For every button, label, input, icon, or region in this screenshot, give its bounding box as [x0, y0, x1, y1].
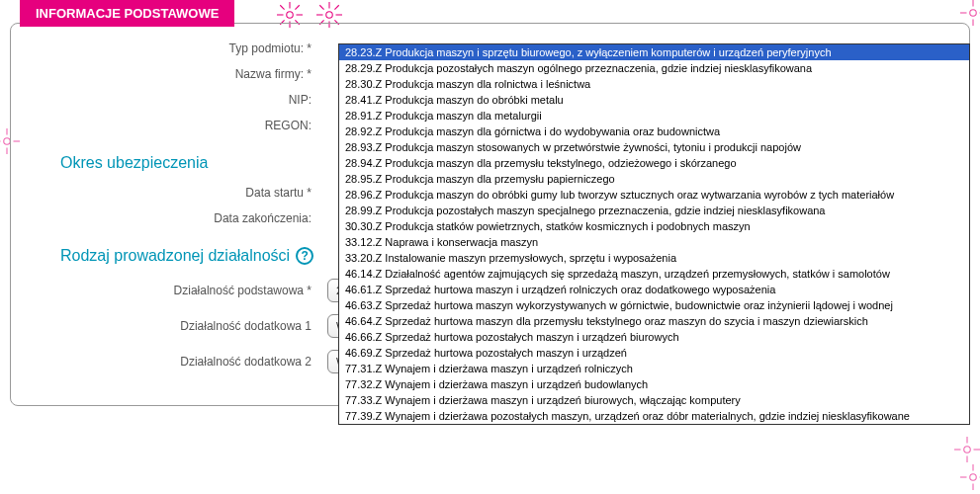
dropdown-option[interactable]: 77.32.Z Wynajem i dzierżawa maszyn i urz…: [339, 376, 969, 392]
dropdown-option[interactable]: 46.66.Z Sprzedaż hurtowa pozostałych mas…: [339, 329, 969, 345]
dropdown-option[interactable]: 46.63.Z Sprzedaż hurtowa maszyn wykorzys…: [339, 297, 969, 313]
dropdown-option[interactable]: 77.33.Z Wynajem i dzierżawa maszyn i urz…: [339, 392, 969, 408]
label-dzialalnosc-dodatkowa2: Działalność dodatkowa 2: [31, 355, 327, 369]
svg-point-28: [964, 447, 971, 453]
label-nip: NIP:: [31, 93, 327, 107]
dropdown-listbox[interactable]: 28.23.Z Produkcja maszyn i sprzętu biuro…: [338, 43, 970, 425]
dropdown-option[interactable]: 46.14.Z Działalność agentów zajmujących …: [339, 266, 969, 282]
dropdown-option[interactable]: 46.64.Z Sprzedaż hurtowa maszyn dla prze…: [339, 313, 969, 329]
svg-point-23: [970, 10, 977, 17]
label-data-zakonczenia: Data zakończenia:: [31, 211, 327, 225]
help-icon[interactable]: ?: [296, 247, 313, 265]
rodzaj-title-text: Rodzaj prowadzonej działalności: [60, 247, 290, 265]
dropdown-option[interactable]: 33.12.Z Naprawa i konserwacja maszyn: [339, 234, 969, 250]
dropdown-option[interactable]: 46.69.Z Sprzedaż hurtowa pozostałych mas…: [339, 345, 969, 361]
dropdown-option[interactable]: 28.95.Z Produkcja maszyn dla przemysłu p…: [339, 171, 969, 187]
label-data-startu: Data startu *: [31, 186, 327, 200]
label-dzialalnosc-dodatkowa1: Działalność dodatkowa 1: [31, 319, 327, 333]
svg-point-33: [970, 474, 977, 481]
decoration-icon: [954, 437, 980, 462]
dropdown-option[interactable]: 28.91.Z Produkcja maszyn dla metalurgii: [339, 108, 969, 124]
okres-title-text: Okres ubezpieczenia: [60, 154, 208, 172]
dropdown-option[interactable]: 28.93.Z Produkcja maszyn stosowanych w p…: [339, 139, 969, 155]
dropdown-option[interactable]: 77.31.Z Wynajem i dzierżawa maszyn i urz…: [339, 361, 969, 376]
dropdown-option[interactable]: 28.96.Z Produkcja maszyn do obróbki gumy…: [339, 187, 969, 203]
svg-point-9: [326, 12, 333, 19]
dropdown-option[interactable]: 28.30.Z Produkcja maszyn dla rolnictwa i…: [339, 76, 969, 92]
dropdown-option[interactable]: 28.92.Z Produkcja maszyn dla górnictwa i…: [339, 124, 969, 139]
dropdown-option[interactable]: 28.41.Z Produkcja maszyn do obróbki meta…: [339, 92, 969, 108]
svg-line-5: [280, 5, 284, 9]
section-header: INFORMACJE PODSTAWOWE: [20, 0, 234, 27]
dropdown-option[interactable]: 28.99.Z Produkcja pozostałych maszyn spe…: [339, 203, 969, 218]
label-typ-podmiotu: Typ podmiotu: *: [31, 41, 327, 55]
dropdown-option[interactable]: 28.94.Z Produkcja maszyn dla przemysłu t…: [339, 155, 969, 171]
label-regon: REGON:: [31, 119, 327, 132]
svg-line-7: [295, 5, 299, 9]
svg-point-0: [287, 12, 294, 19]
dropdown-option[interactable]: 77.39.Z Wynajem i dzierżawa pozostałych …: [339, 408, 969, 424]
label-dzialalnosc-podstawowa: Działalność podstawowa *: [31, 284, 327, 297]
svg-line-16: [334, 5, 338, 9]
dropdown-option[interactable]: 33.20.Z Instalowanie maszyn przemysłowyc…: [339, 250, 969, 266]
dropdown-option[interactable]: 28.23.Z Produkcja maszyn i sprzętu biuro…: [339, 44, 969, 60]
dropdown-option[interactable]: 30.30.Z Produkcja statków powietrznych, …: [339, 218, 969, 234]
svg-line-14: [319, 5, 323, 9]
decoration-icon: [960, 464, 980, 490]
dropdown-option[interactable]: 46.61.Z Sprzedaż hurtowa maszyn i urządz…: [339, 282, 969, 297]
label-nazwa-firmy: Nazwa firmy: *: [31, 67, 327, 81]
dropdown-option[interactable]: 28.29.Z Produkcja pozostałych maszyn ogó…: [339, 60, 969, 76]
